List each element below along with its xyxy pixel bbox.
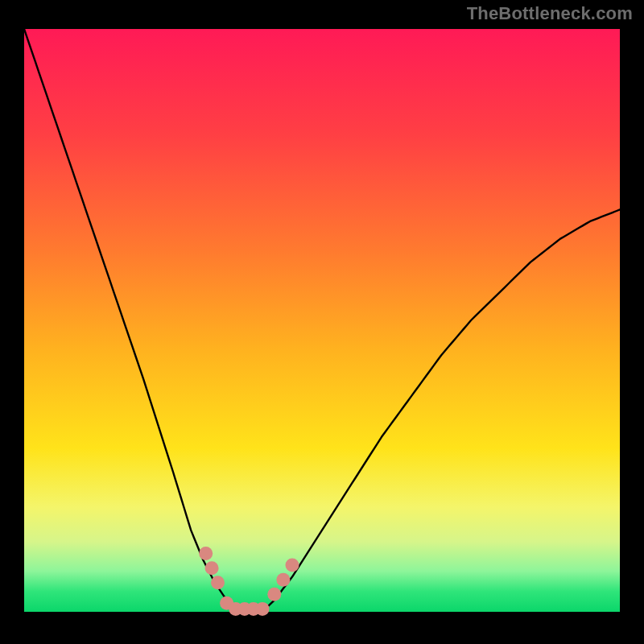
watermark-text: TheBottleneck.com (467, 5, 633, 23)
highlight-dot (286, 559, 299, 572)
highlight-dot (211, 576, 225, 589)
highlight-dot (256, 602, 270, 616)
chart-canvas (0, 0, 644, 644)
highlight-dot (276, 573, 290, 587)
highlight-dot (267, 588, 281, 601)
bottleneck-chart: TheBottleneck.com (0, 0, 644, 644)
highlight-dot (205, 561, 219, 575)
highlight-dot (199, 547, 213, 560)
chart-plot-area (24, 29, 620, 612)
